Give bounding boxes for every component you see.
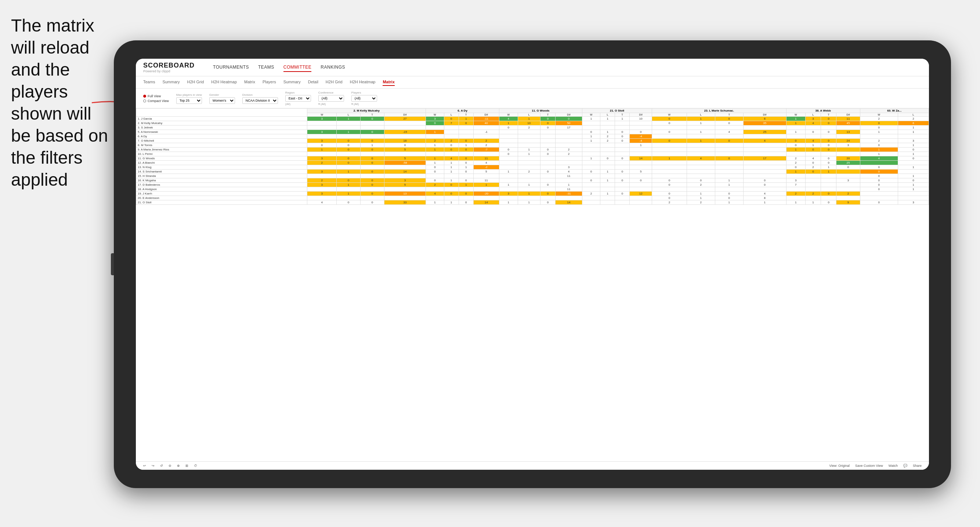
- conference-filter: Conference (All) ▾ (All): [318, 91, 344, 106]
- compact-view-radio: [143, 100, 146, 102]
- table-row: 20. E Andersson 0108: [136, 196, 929, 200]
- table-row: 18. A Hodgson 11 01: [136, 187, 929, 192]
- sub-dif6: Dif: [837, 113, 860, 117]
- conference-select[interactable]: (All): [318, 95, 344, 102]
- sub-nav-summary[interactable]: Summary: [162, 79, 180, 86]
- gender-label: Gender: [209, 93, 235, 97]
- table-row: 11. G Woods 3005 14011 10014 14017 24020…: [136, 156, 929, 161]
- sub-t1: T: [360, 113, 384, 117]
- division-select[interactable]: NCAA Division II: [242, 97, 278, 104]
- sub-l5: L: [687, 113, 715, 117]
- table-row: 1. J Garcia 31027 301-11 4100 11110 0106…: [136, 117, 929, 121]
- sub-nav-matrix[interactable]: Matrix: [244, 79, 255, 86]
- share-button[interactable]: Share: [913, 464, 922, 468]
- table-row: 10. L Perini 0102 11: [136, 152, 929, 156]
- logo-sub: Powered by clippd: [143, 69, 195, 73]
- table-row: 21. O Stoll 40033 11014 11014 2211 1109 …: [136, 200, 929, 205]
- player-name: 10. L Perini: [136, 152, 307, 156]
- player-name: 14. S Srichantamit: [136, 170, 307, 174]
- max-players-label: Max players in view: [176, 93, 202, 97]
- table-row: 14. S Srichantamit 31014 0105 1204 0105 …: [136, 170, 929, 174]
- max-players-select[interactable]: Top 25: [176, 97, 202, 104]
- nav-tournaments[interactable]: TOURNAMENTS: [213, 63, 249, 72]
- view-options: Full View Compact View: [143, 94, 169, 103]
- player-col-header: [136, 109, 307, 117]
- timer-button[interactable]: ⏱: [194, 464, 197, 468]
- save-custom-button[interactable]: Save Custom View: [855, 464, 883, 468]
- sub-nav-players[interactable]: Players: [262, 79, 276, 86]
- sub-t6: T: [821, 113, 837, 117]
- col-header-schumac: 23. L Marie Schumac.: [652, 109, 786, 113]
- table-row: 13. N Klug 011-2 3 0210 01: [136, 165, 929, 170]
- col-header-mulcahy: 2. M Kelly Mulcahy: [307, 109, 426, 113]
- zoom-out-button[interactable]: ⊖: [169, 464, 172, 468]
- tablet-frame: SCOREBOARD Powered by clippd TOURNAMENTS…: [114, 40, 951, 488]
- nav-rankings[interactable]: RANKINGS: [321, 63, 345, 72]
- col-header-dy: 6. A Dy: [426, 109, 500, 113]
- player-name: 17. D Ballesteros: [136, 183, 307, 187]
- sub-l4: L: [600, 113, 615, 117]
- grid-button[interactable]: ⊞: [185, 464, 188, 468]
- sub-dif3: Dif: [555, 113, 582, 117]
- compact-view-option[interactable]: Compact View: [143, 99, 169, 103]
- view-original-button[interactable]: View: Original: [829, 464, 850, 468]
- conference-label: Conference: [318, 91, 344, 94]
- players-label: Players: [352, 91, 377, 94]
- player-name: 16. K Mcgaha: [136, 178, 307, 183]
- player-name: 5. A Nomrowski: [136, 130, 307, 134]
- sub-nav-summary2[interactable]: Summary: [283, 79, 301, 86]
- sub-l6: L: [805, 113, 821, 117]
- sub-t3: T: [540, 113, 555, 117]
- sub-nav-h2h-grid2[interactable]: H2H Grid: [326, 79, 342, 86]
- sub-w3: W: [499, 113, 518, 117]
- sub-w5: W: [652, 113, 687, 117]
- redo-button[interactable]: ↪: [152, 464, 154, 468]
- undo-button[interactable]: ↩: [143, 464, 146, 468]
- zoom-in-button[interactable]: ⊕: [177, 464, 180, 468]
- toolbar-right: View: Original Save Custom View Watch 💬 …: [829, 464, 922, 468]
- player-name: 1. J Garcia: [136, 117, 307, 121]
- sub-w2: W: [426, 113, 444, 117]
- tablet-screen: SCOREBOARD Powered by clippd TOURNAMENTS…: [136, 59, 929, 470]
- sub-w1: W: [307, 113, 337, 117]
- refresh-button[interactable]: ↺: [160, 464, 163, 468]
- region-select[interactable]: East - DII: [285, 95, 311, 102]
- nav-teams[interactable]: TEAMS: [258, 63, 274, 72]
- sub-nav-h2h-heatmap[interactable]: H2H Heatmap: [211, 79, 237, 86]
- sub-dif5: Dif: [743, 113, 786, 117]
- matrix-table: 2. M Kelly Mulcahy 6. A Dy 11. G Woods 2…: [136, 108, 929, 205]
- players-select[interactable]: (All): [352, 95, 377, 102]
- table-row: 9. A Maria Jimenez Rios 1005 100-7 0102 …: [136, 148, 929, 152]
- sub-l2: L: [444, 113, 458, 117]
- player-name: 19. J Karrh: [136, 192, 307, 196]
- full-view-radio: [143, 95, 146, 98]
- division-label: Division: [242, 93, 278, 97]
- player-name: 9. A Maria Jimenez Rios: [136, 148, 307, 152]
- gender-select[interactable]: Women's: [209, 97, 235, 104]
- matrix-content[interactable]: 2. M Kelly Mulcahy 6. A Dy 11. G Woods 2…: [136, 108, 929, 461]
- players-filter: Players (All) ▾ (All): [352, 91, 377, 106]
- sub-nav-h2h-heatmap2[interactable]: H2H Heatmap: [350, 79, 375, 86]
- table-row: 6. A Dy 120-4: [136, 134, 929, 139]
- sub-nav-matrix2[interactable]: Matrix: [383, 79, 395, 86]
- nav-committee[interactable]: COMMITTEE: [283, 63, 312, 72]
- logo-text: SCOREBOARD: [143, 62, 195, 69]
- col-header-za: 60. W Za...: [860, 109, 929, 113]
- annotation-text: The matrix will reload and the players s…: [11, 15, 114, 191]
- sub-nav-detail[interactable]: Detail: [308, 79, 318, 86]
- bottom-toolbar: ↩ ↪ ↺ ⊖ ⊕ ⊞ ⏱ View: Original Save Custom…: [136, 461, 929, 470]
- full-view-option[interactable]: Full View: [143, 94, 169, 98]
- player-name: 7. O Mitchell: [136, 139, 307, 143]
- table-row: 17. D Ballesteros 3105 2011 1101 0210 7 …: [136, 183, 929, 187]
- sub-nav-h2h-grid[interactable]: H2H Grid: [187, 79, 204, 86]
- comment-button[interactable]: 💬: [903, 464, 907, 468]
- table-row: 3. S Jelinek 02017 01: [136, 125, 929, 130]
- watch-button[interactable]: Watch: [889, 464, 898, 468]
- player-name: 15. H Stranda: [136, 174, 307, 178]
- nav-items: TOURNAMENTS TEAMS COMMITTEE RANKINGS: [213, 63, 345, 72]
- table-row: 15. H Stranda 11 01: [136, 174, 929, 178]
- sub-l1: L: [337, 113, 361, 117]
- division-filter: Division NCAA Division II: [242, 93, 278, 104]
- player-name: 8. M Torres: [136, 143, 307, 148]
- sub-nav-teams[interactable]: Teams: [143, 79, 155, 86]
